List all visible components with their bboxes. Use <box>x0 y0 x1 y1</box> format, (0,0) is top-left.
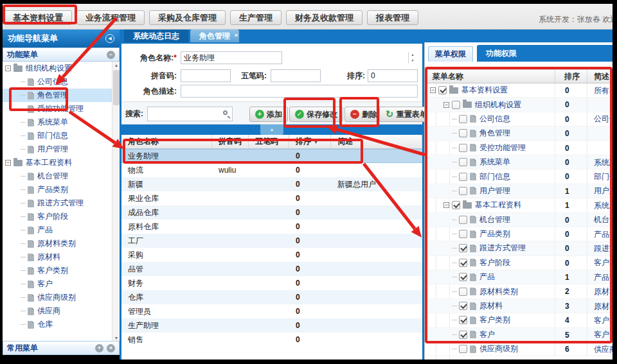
sidebar-footer[interactable]: 常用菜单 + × <box>3 341 120 355</box>
add-button[interactable]: +添加 <box>249 107 288 122</box>
sidebar-tree-item[interactable]: 供应商 <box>3 304 112 318</box>
sidebar-tree-item[interactable]: 用户管理 <box>3 143 112 156</box>
expand-icon[interactable]: − <box>5 160 11 166</box>
perm-tree-row[interactable]: 供应商级别6供应商 <box>425 342 613 356</box>
grid-splitter[interactable]: ▲ <box>121 125 422 135</box>
pinyin-input[interactable] <box>181 69 231 82</box>
collapse-form-handle[interactable]: ▲ <box>260 125 283 135</box>
table-row[interactable]: 销售0 <box>121 333 422 347</box>
grid-column-header[interactable]: 排序▼ <box>289 135 331 148</box>
table-row[interactable]: 原料仓库0 <box>121 220 422 234</box>
table-row[interactable]: 财务0 <box>121 276 422 290</box>
remove-favorite-icon[interactable]: × <box>107 344 115 352</box>
permission-checkbox[interactable] <box>459 230 467 238</box>
sidebar-tree-item[interactable]: 系统菜单 <box>3 116 112 129</box>
permission-checkbox[interactable] <box>459 187 467 195</box>
search-input[interactable] <box>147 107 233 121</box>
permission-checkbox[interactable] <box>459 302 467 310</box>
permission-checkbox[interactable] <box>459 129 467 137</box>
sidebar-tree-item[interactable]: 原材料类别 <box>3 237 112 250</box>
top-menu-item[interactable]: 报表管理 <box>367 10 418 25</box>
sidebar-tree-item[interactable]: 公司信息 <box>3 75 112 89</box>
perm-column-header[interactable]: 排序 <box>555 70 587 83</box>
perm-tree-row[interactable]: 产品类别0产品类 <box>425 227 613 241</box>
search-icon[interactable] <box>223 110 228 115</box>
scrollbar-thumb[interactable] <box>113 70 120 105</box>
save-button[interactable]: ✓保存修改 <box>289 107 343 122</box>
expand-icon[interactable]: − <box>430 87 436 93</box>
permission-checkbox[interactable] <box>459 259 467 267</box>
perm-tree-row[interactable]: −组织机构设置0 <box>425 98 613 112</box>
close-tab-icon[interactable]: × <box>235 29 238 42</box>
sidebar-tree-item[interactable]: −基本工程资料 <box>3 156 112 169</box>
perm-tree-row[interactable]: 客户阶段0客户阶 <box>425 256 613 270</box>
permission-checkbox[interactable] <box>459 331 467 339</box>
grid-column-header[interactable]: 简述 <box>331 135 422 148</box>
expand-icon[interactable]: − <box>443 202 449 208</box>
sidebar-tree-item[interactable]: 跟进方式管理 <box>3 196 112 210</box>
perm-column-header[interactable]: 菜单名称 <box>425 70 555 83</box>
top-menu-item[interactable]: 生产管理 <box>230 10 282 25</box>
permission-checkbox[interactable] <box>452 101 460 109</box>
table-row[interactable]: 采购0 <box>121 248 422 262</box>
top-menu-item[interactable]: 财务及收款管理 <box>286 10 362 25</box>
perm-tree-row[interactable]: 产品1产品管 <box>425 270 613 284</box>
perm-tree-row[interactable]: 原材料3原材料 <box>425 299 613 313</box>
table-row[interactable]: 业务助理0 <box>121 149 422 163</box>
expand-icon[interactable]: − <box>443 102 449 108</box>
table-row[interactable]: 仓库0 <box>121 290 422 304</box>
tab-menu-permissions[interactable]: 菜单权限 <box>428 46 473 62</box>
permission-checkbox[interactable] <box>459 345 467 353</box>
sidebar-tree-item[interactable]: 客户类别 <box>3 264 112 277</box>
permission-checkbox[interactable] <box>459 316 467 324</box>
collapse-section-icon[interactable]: − <box>107 51 115 59</box>
sidebar-accordion-header[interactable]: 功能菜单 − <box>3 48 120 62</box>
top-menu-item[interactable]: 业务流程管理 <box>76 10 145 25</box>
top-menu-item[interactable]: 采购及仓库管理 <box>149 10 226 25</box>
sidebar-tree-item[interactable]: 部门信息 <box>3 129 112 143</box>
expand-icon[interactable]: − <box>5 65 11 71</box>
grid-column-header[interactable]: 角色名称 <box>121 135 212 148</box>
table-row[interactable]: 物流wuliu0 <box>121 163 422 177</box>
sidebar-tree-item[interactable]: 原材料 <box>3 250 112 264</box>
sidebar-tree-item[interactable]: 客户 <box>3 277 112 291</box>
sidebar-collapse-icon[interactable]: ◀ <box>105 34 114 43</box>
grid-column-header[interactable]: 拼音码 <box>212 135 249 148</box>
table-row[interactable]: 工厂0 <box>121 234 422 248</box>
sidebar-tree-item[interactable]: 产品 <box>3 223 112 237</box>
add-favorite-icon[interactable]: + <box>95 344 103 352</box>
sidebar-tree-item[interactable]: 受控功能管理 <box>3 102 112 116</box>
permission-checkbox[interactable] <box>459 244 467 252</box>
sidebar-tree-item[interactable]: 产品类别 <box>3 183 112 196</box>
top-menu-item[interactable]: 基本资料设置 <box>4 10 72 25</box>
sidebar-tree-item[interactable]: 仓库 <box>3 318 112 331</box>
perm-tree-row[interactable]: 原材料类别2原材料 <box>425 284 613 299</box>
sidebar-tree-item[interactable]: −组织机构设置 <box>3 62 112 75</box>
wubi-input[interactable] <box>271 69 321 82</box>
perm-tree-row[interactable]: 客户类别4客户类 <box>425 313 613 327</box>
sidebar-tree-item[interactable]: 角色管理 <box>3 89 112 102</box>
role-desc-input[interactable] <box>181 85 418 98</box>
permission-checkbox[interactable] <box>452 201 460 209</box>
permission-checkbox[interactable] <box>459 288 467 296</box>
permission-checkbox[interactable] <box>459 216 467 224</box>
perm-tree-row[interactable]: 角色管理0 <box>425 126 613 141</box>
table-row[interactable]: 新疆0新疆总用户 <box>121 177 422 191</box>
tab-function-permissions[interactable]: 功能权限 <box>477 45 613 62</box>
main-tab[interactable]: 角色管理× <box>190 30 239 42</box>
role-name-input[interactable] <box>181 51 282 64</box>
perm-tree-row[interactable]: 部门信息0部门信 <box>425 169 613 184</box>
perm-tree-row[interactable]: 跟进方式管理0跟进方 <box>425 241 613 256</box>
perm-tree-row[interactable]: 机台管理0机台管 <box>425 213 613 227</box>
permission-checkbox[interactable] <box>459 144 467 152</box>
sidebar-scrollbar[interactable]: ▲ ▼ <box>112 62 120 342</box>
sort-spinner[interactable]: ▲▼ <box>408 52 416 64</box>
main-tab[interactable]: 系统动态日志 <box>124 30 188 42</box>
table-row[interactable]: 生产助理0 <box>121 318 422 333</box>
perm-tree-row[interactable]: 受控功能管理0 <box>425 141 613 155</box>
table-row[interactable]: 果业仓库0 <box>121 191 422 205</box>
sort-input[interactable] <box>368 69 418 82</box>
perm-tree-row[interactable]: 公司信息0公司信 <box>425 112 613 126</box>
table-row[interactable]: 管理员0 <box>121 304 422 318</box>
table-row[interactable]: 成品仓库0 <box>121 205 422 220</box>
